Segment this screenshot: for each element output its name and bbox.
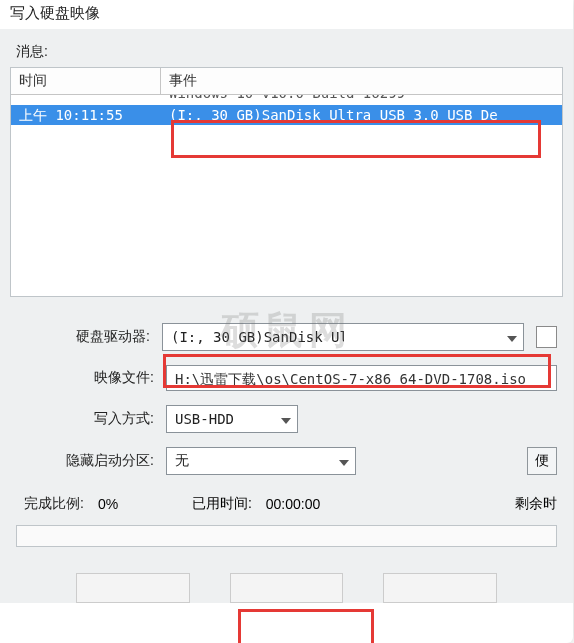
write-disk-image-dialog: 写入硬盘映像 消息: 时间 事件 Windows 10 v10.0 Build …	[0, 0, 573, 643]
bottom-button-2[interactable]	[230, 573, 344, 603]
title-bar: 写入硬盘映像	[0, 0, 573, 29]
image-file-input[interactable]: H:\迅雷下载\os\CentOS-7-x86_64-DVD-1708.iso	[166, 365, 557, 391]
table-row[interactable]: Windows 10 v10.0 Build 16299	[11, 95, 562, 105]
chevron-down-icon	[262, 453, 349, 469]
image-file-row: 映像文件: H:\迅雷下载\os\CentOS-7-x86_64-DVD-170…	[16, 365, 557, 391]
bottom-buttons	[16, 561, 557, 603]
drive-row: 硬盘驱动器: (I:, 30 GB)SanDisk Ultra USB 3.0 …	[16, 323, 557, 351]
hidden-partition-value: 无	[175, 452, 262, 470]
elapsed-value: 00:00:00	[266, 496, 356, 512]
elapsed-label: 已用时间:	[192, 495, 252, 513]
col-time-header: 时间	[11, 68, 161, 94]
remaining-label: 剩余时	[515, 495, 557, 513]
drive-select[interactable]: (I:, 30 GB)SanDisk Ultra USB 3.0 USB De	[162, 323, 524, 351]
messages-table: 时间 事件 Windows 10 v10.0 Build 16299 上午 10…	[10, 67, 563, 297]
write-method-row: 写入方式: USB-HDD+	[16, 405, 557, 433]
hidden-partition-label: 隐藏启动分区:	[16, 452, 166, 470]
dialog-content: 消息: 时间 事件 Windows 10 v10.0 Build 16299 上…	[0, 29, 573, 603]
convenient-button[interactable]: 便	[527, 447, 557, 475]
col-event-header: 事件	[161, 68, 562, 94]
write-method-value: USB-HDD+	[175, 411, 233, 427]
status-row: 完成比例: 0% 已用时间: 00:00:00 剩余时	[16, 489, 557, 525]
chevron-down-icon	[344, 329, 517, 345]
table-row[interactable]: 上午 10:11:55 (I:, 30 GB)SanDisk Ultra USB…	[11, 105, 562, 125]
chevron-down-icon	[233, 411, 291, 427]
form-area: 硬盘驱动器: (I:, 30 GB)SanDisk Ultra USB 3.0 …	[10, 297, 563, 603]
write-method-label: 写入方式:	[16, 410, 166, 428]
write-method-select[interactable]: USB-HDD+	[166, 405, 298, 433]
drive-checkbox[interactable]	[536, 326, 557, 348]
messages-header: 时间 事件	[11, 68, 562, 95]
drive-value: (I:, 30 GB)SanDisk Ultra USB 3.0 USB De	[171, 329, 344, 345]
messages-body[interactable]: Windows 10 v10.0 Build 16299 上午 10:11:55…	[11, 95, 562, 125]
image-file-label: 映像文件:	[16, 369, 166, 387]
progress-value: 0%	[98, 496, 178, 512]
progress-label: 完成比例:	[24, 495, 84, 513]
messages-label: 消息:	[16, 43, 563, 61]
bottom-button-3[interactable]	[383, 573, 497, 603]
hidden-partition-row: 隐藏启动分区: 无 便	[16, 447, 557, 475]
bottom-button-1[interactable]	[76, 573, 190, 603]
progress-bar	[16, 525, 557, 547]
window-title: 写入硬盘映像	[10, 4, 100, 21]
hidden-partition-select[interactable]: 无	[166, 447, 356, 475]
annotation-rectangle	[171, 120, 541, 158]
drive-label: 硬盘驱动器:	[16, 328, 162, 346]
